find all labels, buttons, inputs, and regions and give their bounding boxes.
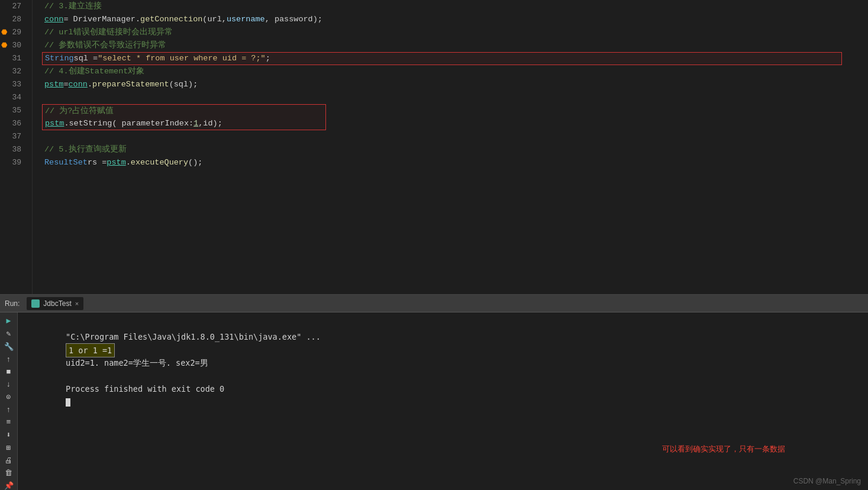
run-label: Run: [5,299,20,308]
line-number: 38 [0,143,26,156]
play-button[interactable]: ▶ [3,316,15,325]
import-button[interactable]: ⬇ [3,430,15,440]
line-number: 32 [0,65,26,78]
edit-button[interactable]: ✎ [3,329,15,339]
code-content: // 3.建立连接 conn = DriverManager.getConnec… [33,0,868,294]
line-number: 35 [0,104,26,117]
code-line: pstm = conn.prepareStatement(sql); [44,78,868,91]
code-line: // 4.创建Statement对象 [44,65,868,78]
code-editor: 2728⬣29⬣30313233343536373839 // 3.建立连接 c… [0,0,868,294]
camera-button[interactable]: ⊙ [3,392,15,402]
print-button[interactable]: 🖨 [3,456,15,465]
list-button[interactable]: ≡ [3,418,15,427]
up2-button[interactable]: ↑ [3,405,15,414]
line-number: 28 [0,13,26,26]
tab-name: JdbcTest [43,299,71,308]
scroll-down-button[interactable]: ↓ [3,380,15,389]
java-cmd-line: "C:\Program Files\Java\jdk1.8.0_131\bin\… [27,317,859,330]
stop-button[interactable]: ■ [3,368,15,376]
code-line [44,130,868,143]
code-line: conn = DriverManager.getConnection(url, … [44,13,868,26]
line-number: 37 [0,130,26,143]
csdn-watermark: CSDN @Man_Spring [793,477,861,485]
line-number: ⬣29 [0,26,26,39]
line-number: 36 [0,117,26,130]
code-line: // 为?占位符赋值 [42,104,326,117]
line-number: 39 [0,156,26,169]
code-line: // url错误创建链接时会出现异常 [44,26,868,39]
scroll-up-button[interactable]: ↑ [3,355,15,364]
grid-button[interactable]: ⊞ [3,443,15,453]
annotation: 可以看到确实实现了，只有一条数据 [662,444,785,454]
code-line: pstm.setString( parameterIndex: 1,id); [42,117,326,130]
console-cursor [66,398,70,407]
run-panel: Run: JdbcTest × ▶ ✎ 🔧 ↑ ■ ↓ ⊙ ↑ ≡ ⬇ ⊞ 🖨 … [0,294,868,490]
tab-icon [31,299,40,308]
tab-close-icon[interactable]: × [75,300,79,307]
line-number: 34 [0,91,26,104]
pin-button[interactable]: 📌 [3,481,15,490]
code-line [44,91,868,104]
line-numbers: 2728⬣29⬣30313233343536373839 [0,0,33,294]
line-number: 33 [0,78,26,91]
console-area: ▶ ✎ 🔧 ↑ ■ ↓ ⊙ ↑ ≡ ⬇ ⊞ 🖨 🗑 📌 "C:\Program … [0,312,868,490]
code-line: ResultSet rs = pstm.executeQuery(); [44,156,868,169]
process-finished-line: Process finished with exit code 0 [27,369,859,382]
console-output: "C:\Program Files\Java\jdk1.8.0_131\bin\… [18,312,868,490]
output-line1: uid2=1. name2=学生一号. sex2=男 [27,343,859,356]
wrench-button[interactable]: 🔧 [3,342,15,352]
code-line: // 5.执行查询或更新 [44,143,868,156]
input-value: 1 or 1 =1 [66,343,115,357]
run-tabs: Run: JdbcTest × [0,295,868,312]
line-number: 27 [0,0,26,13]
trash-button[interactable]: 🗑 [3,469,15,478]
line-number: 31 [0,52,26,65]
code-line: // 3.建立连接 [44,0,868,13]
code-line: String sql = "select * from user where u… [42,52,842,65]
console-toolbar: ▶ ✎ 🔧 ↑ ■ ↓ ⊙ ↑ ≡ ⬇ ⊞ 🖨 🗑 📌 [0,312,18,490]
line-number: ⬣30 [0,39,26,52]
code-line: // 参数错误不会导致运行时异常 [44,39,868,52]
run-tab[interactable]: JdbcTest × [27,297,83,310]
